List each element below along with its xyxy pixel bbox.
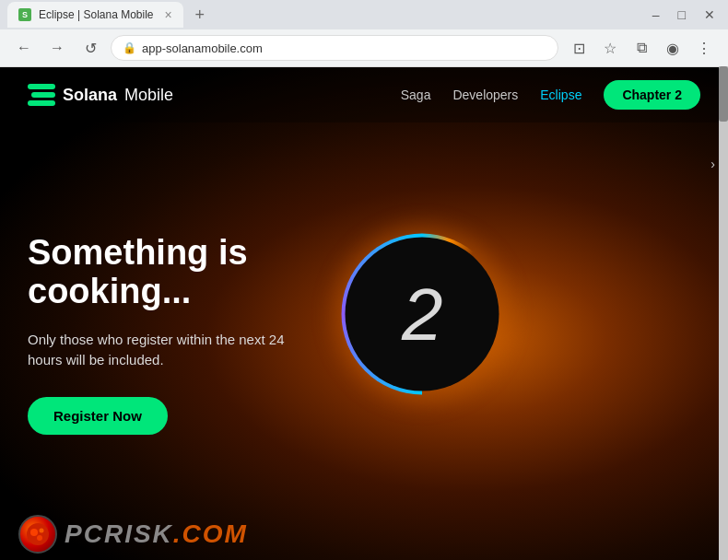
nav-links: Saga Developers Eclipse Chapter 2 (401, 80, 700, 110)
register-now-button[interactable]: Register Now (28, 397, 168, 435)
svg-point-5 (37, 535, 42, 541)
svg-rect-0 (28, 84, 55, 89)
svg-point-4 (30, 529, 38, 536)
logo-solana: Solana (63, 86, 117, 105)
browser-tab[interactable]: S Eclipse | Solana Mobile × (7, 2, 183, 28)
tab-close-button[interactable]: × (165, 7, 172, 22)
back-button[interactable]: ← (11, 35, 37, 61)
watermark-ball (18, 515, 57, 554)
new-tab-button[interactable]: + (187, 2, 213, 28)
tab-favicon: S (18, 8, 31, 21)
eclipse-visual: 2 (339, 231, 505, 397)
url-text: app-solanamobile.com (142, 41, 263, 55)
cast-icon[interactable]: ⊡ (566, 35, 592, 61)
watermark: PCrisk.com (18, 515, 248, 554)
bookmark-icon[interactable]: ☆ (597, 35, 623, 61)
site-main-content: Something is cooking... Only those who r… (28, 234, 313, 435)
svg-rect-2 (28, 100, 55, 106)
site-logo: Solana Mobile (28, 81, 173, 109)
menu-icon[interactable]: ⋮ (691, 35, 717, 61)
svg-point-3 (27, 523, 49, 545)
headline: Something is cooking... (28, 234, 313, 311)
scrollbar[interactable] (719, 66, 728, 560)
chapter2-button[interactable]: Chapter 2 (604, 80, 700, 110)
website-content: Solana Mobile Saga Developers Eclipse Ch… (0, 67, 728, 560)
nav-link-developers[interactable]: Developers (452, 88, 518, 102)
browser-chrome: S Eclipse | Solana Mobile × + – □ ✕ ← → … (0, 0, 728, 67)
scrollbar-thumb[interactable] (719, 66, 728, 122)
url-bar[interactable]: 🔒 app-solanamobile.com (111, 35, 558, 61)
forward-button[interactable]: → (44, 35, 70, 61)
watermark-text: PCrisk.com (65, 519, 248, 549)
logo-mobile: Mobile (124, 86, 173, 105)
nav-link-eclipse[interactable]: Eclipse (540, 88, 581, 102)
lock-icon: 🔒 (123, 41, 136, 54)
toolbar-icons: ⊡ ☆ ⧉ ◉ ⋮ (566, 35, 717, 61)
profile-icon[interactable]: ◉ (660, 35, 686, 61)
solana-logo-icon (28, 81, 55, 109)
site-navigation: Solana Mobile Saga Developers Eclipse Ch… (0, 67, 728, 122)
title-bar: S Eclipse | Solana Mobile × + – □ ✕ (0, 0, 728, 29)
reload-button[interactable]: ↺ (77, 35, 103, 61)
svg-point-6 (40, 529, 44, 533)
maximize-button[interactable]: □ (673, 6, 691, 24)
eclipse-dark-circle: 2 (346, 238, 499, 391)
close-window-button[interactable]: ✕ (699, 6, 721, 24)
subtext: Only those who register within the next … (28, 330, 313, 371)
cursor: › (710, 157, 715, 171)
svg-rect-1 (31, 92, 55, 98)
eclipse-number: 2 (402, 277, 443, 351)
nav-link-saga[interactable]: Saga (401, 88, 431, 102)
window-controls: – □ ✕ (647, 6, 721, 24)
minimize-button[interactable]: – (647, 6, 665, 24)
tab-title: Eclipse | Solana Mobile (39, 8, 154, 21)
address-bar: ← → ↺ 🔒 app-solanamobile.com ⊡ ☆ ⧉ ◉ ⋮ (0, 29, 728, 66)
eclipse-ring: 2 (342, 234, 503, 395)
extensions-icon[interactable]: ⧉ (628, 35, 654, 61)
